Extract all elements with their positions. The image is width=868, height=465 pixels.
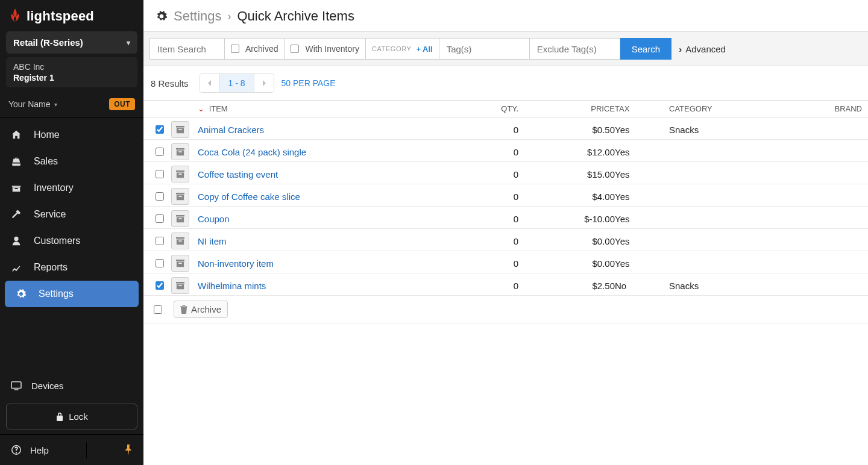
svg-rect-0 (11, 381, 21, 388)
item-name-link[interactable]: Coupon (198, 214, 230, 224)
row-checkbox[interactable] (156, 148, 164, 156)
cell-price: $0.00 (592, 258, 615, 269)
item-search-wrapper (149, 38, 225, 60)
table-row: Coffee tasting event0$15.00Yes (143, 162, 868, 184)
row-checkbox[interactable] (156, 214, 164, 223)
col-category[interactable]: CATEGORY (669, 104, 712, 113)
row-archive-button[interactable] (171, 210, 189, 227)
table-row: Copy of Coffee cake slice0$4.00Yes (143, 184, 868, 207)
pager-next[interactable] (254, 74, 274, 92)
cell-tax: Yes (615, 147, 629, 157)
archive-label: Archive (191, 304, 221, 314)
item-name-link[interactable]: Copy of Coffee cake slice (198, 192, 300, 202)
cell-qty: 0 (514, 192, 518, 202)
page-header: Settings › Quick Archive Items (143, 0, 868, 32)
item-search-input[interactable] (156, 43, 218, 55)
row-archive-button[interactable] (171, 143, 189, 160)
row-archive-button[interactable] (171, 188, 189, 205)
cell-qty: 0 (514, 258, 518, 269)
row-checkbox[interactable] (156, 170, 164, 178)
row-archive-button[interactable] (171, 277, 189, 294)
sidebar-item-label: Devices (31, 381, 63, 391)
table-header: ⌄ ITEM QTY. PRICE TAX CATEGORY BRAND (143, 101, 868, 117)
row-checkbox[interactable] (156, 281, 164, 290)
row-checkbox[interactable] (156, 192, 164, 201)
row-archive-button[interactable] (171, 232, 189, 249)
cell-qty: 0 (514, 281, 518, 291)
sidebar-item-label: Inventory (34, 183, 74, 193)
clock-status-badge[interactable]: OUT (109, 98, 135, 110)
cell-tax: Yes (615, 214, 629, 224)
help-label: Help (30, 445, 49, 455)
exclude-tags-input[interactable] (536, 43, 614, 55)
search-button[interactable]: Search (620, 38, 672, 60)
select-all-checkbox[interactable] (154, 305, 162, 314)
brand-name: lightspeed (27, 8, 94, 24)
cell-qty: 0 (514, 214, 518, 224)
user-icon (11, 236, 24, 246)
item-name-link[interactable]: Non-inventory item (198, 258, 274, 269)
archive-selected-button[interactable]: Archive (174, 301, 228, 318)
sidebar-item-service[interactable]: Service (0, 201, 143, 228)
sidebar-item-inventory[interactable]: Inventory (0, 175, 143, 201)
lock-button[interactable]: Lock (6, 404, 137, 429)
sidebar-item-settings[interactable]: Settings (5, 281, 139, 307)
home-icon (11, 130, 24, 140)
user-menu[interactable]: Your Name ▾ (8, 99, 57, 109)
cell-qty: 0 (514, 169, 518, 179)
product-selector[interactable]: Retail (R-Series) ▾ (6, 31, 137, 54)
sidebar-item-label: Settings (39, 289, 74, 299)
exclude-tags-input-wrapper (530, 38, 620, 60)
archived-checkbox[interactable]: Archived (225, 38, 285, 60)
col-tax[interactable]: TAX (615, 104, 629, 113)
row-archive-button[interactable] (171, 166, 189, 183)
cell-tax: Yes (615, 258, 629, 269)
sidebar-item-customers[interactable]: Customers (0, 228, 143, 254)
pager-prev[interactable] (200, 74, 219, 92)
item-name-link[interactable]: Coca Cola (24 pack) single (198, 147, 306, 157)
pager-range: 1 - 8 (219, 74, 254, 92)
sidebar-item-devices[interactable]: Devices (0, 373, 143, 399)
checkbox-icon (231, 45, 239, 53)
item-name-link[interactable]: Animal Crackers (198, 125, 264, 135)
col-brand[interactable]: BRAND (834, 104, 862, 113)
cell-price: $12.00 (587, 147, 615, 157)
cell-price: $4.00 (592, 192, 615, 202)
category-all-button[interactable]: + All (416, 45, 432, 54)
row-checkbox[interactable] (156, 125, 164, 134)
row-checkbox[interactable] (156, 259, 164, 267)
row-archive-button[interactable] (171, 121, 189, 138)
cell-price: $0.00 (592, 236, 615, 246)
store-register-box[interactable]: ABC Inc Register 1 (6, 57, 137, 87)
cell-tax: Yes (615, 192, 629, 202)
table-row: Wilhelmina mints0$2.50NoSnacks (143, 273, 868, 296)
col-item[interactable]: ⌄ ITEM (198, 104, 228, 113)
tags-input[interactable] (445, 43, 523, 55)
col-price[interactable]: PRICE (591, 104, 615, 113)
page-title: Quick Archive Items (237, 8, 354, 24)
item-name-link[interactable]: NI item (198, 236, 227, 246)
plus-icon: + (416, 45, 421, 54)
row-checkbox[interactable] (156, 237, 164, 245)
sidebar-item-home[interactable]: Home (0, 122, 143, 148)
sidebar-item-label: Reports (34, 262, 68, 273)
col-qty[interactable]: QTY. (501, 104, 518, 113)
with-inventory-checkbox[interactable]: With Inventory (285, 38, 365, 60)
company-name: ABC Inc (13, 62, 130, 72)
cell-price: $15.00 (587, 169, 615, 179)
with-inventory-label: With Inventory (305, 44, 359, 54)
per-page-selector[interactable]: 50 PER PAGE (281, 78, 336, 88)
sidebar-item-sales[interactable]: Sales (0, 148, 143, 175)
table-footer: Archive (143, 296, 868, 323)
advanced-filters-toggle[interactable]: › Advanced (679, 38, 726, 60)
sidebar-item-reports[interactable]: Reports (0, 254, 143, 281)
item-name-link[interactable]: Wilhelmina mints (198, 281, 266, 291)
chevron-right-icon: › (679, 44, 682, 54)
help-button[interactable]: Help (11, 445, 49, 455)
row-archive-button[interactable] (171, 255, 189, 272)
main-area: Settings › Quick Archive Items Archived … (143, 0, 868, 465)
breadcrumb-settings[interactable]: Settings (174, 8, 222, 24)
cell-price: $-10.00 (584, 214, 615, 224)
item-name-link[interactable]: Coffee tasting event (198, 169, 278, 179)
pin-icon[interactable] (124, 445, 133, 455)
